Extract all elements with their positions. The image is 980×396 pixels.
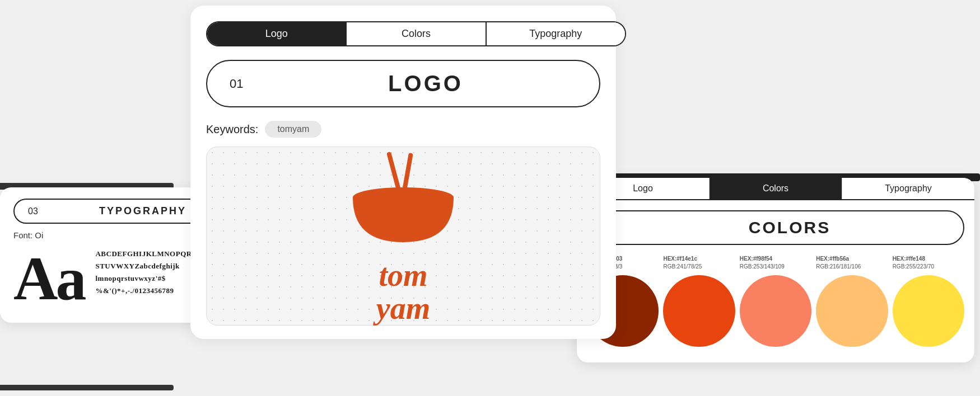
colors-card: Logo Colors Typography 02 COLORS HEX:#6b… — [577, 178, 974, 362]
colors-tab-bar: Logo Colors Typography — [577, 178, 974, 200]
color-swatches-area: HEX:#6b2003RGB:125/43/3HEX:#f14e1cRGB:24… — [577, 255, 974, 347]
alphabet-line-3: lmnopqrstuvwxyz'#$ — [95, 272, 192, 285]
color-circles-row — [587, 275, 964, 347]
keyword-tag: tomyam — [265, 121, 321, 138]
colors-tab-colors[interactable]: Colors — [710, 178, 842, 199]
tab-colors[interactable]: Colors — [347, 22, 486, 45]
colors-section-header: 02 COLORS — [587, 210, 964, 245]
colors-section-title: COLORS — [633, 218, 946, 237]
section-title: LOGO — [274, 71, 577, 96]
alphabet-line-4: %&'()*+,-./0123456789 — [95, 285, 192, 297]
color-circle-2 — [740, 275, 811, 347]
section-number: 01 — [230, 77, 274, 91]
keywords-label: Keywords: — [206, 123, 258, 136]
logo-text-line2: yam — [376, 292, 430, 325]
color-labels-row: HEX:#6b2003RGB:125/43/3HEX:#f14e1cRGB:24… — [587, 255, 964, 271]
alphabet-line-2: STUVWXYZabcdefghijk — [95, 260, 192, 272]
logo-text-line1: tom — [376, 259, 430, 292]
colors-tab-typography[interactable]: Typography — [842, 178, 974, 199]
keywords-row: Keywords: tomyam — [206, 121, 600, 138]
color-label-2: HEX:#f98f54RGB:253/143/109 — [740, 255, 811, 271]
tab-bar: Logo Colors Typography — [206, 21, 626, 46]
section-header: 01 LOGO — [206, 60, 600, 107]
typo-section-number: 03 — [28, 206, 50, 216]
tab-logo[interactable]: Logo — [207, 22, 347, 45]
tab-typography[interactable]: Typography — [487, 22, 625, 45]
big-letters: Aa — [13, 248, 84, 309]
color-label-4: HEX:#ffe148RGB:255/223/70 — [893, 255, 964, 271]
svg-point-2 — [353, 187, 454, 208]
color-label-3: HEX:#ffb56aRGB:216/181/106 — [816, 255, 888, 271]
logo-icon — [336, 147, 470, 259]
logo-preview: tom yam — [206, 147, 600, 326]
main-card: Logo Colors Typography 01 LOGO Keywords:… — [190, 6, 616, 339]
bg-rect-bottom — [0, 385, 174, 390]
logo-text: tom yam — [376, 259, 430, 325]
color-circle-4 — [893, 275, 964, 347]
alphabet-block: ABCDEFGHIJKLMNOPQR STUVWXYZabcdefghijk l… — [95, 248, 192, 297]
color-circle-3 — [816, 275, 888, 347]
logo-svg-wrap: tom yam — [336, 147, 470, 325]
color-label-1: HEX:#f14e1cRGB:241/78/25 — [663, 255, 735, 271]
color-circle-1 — [663, 275, 735, 347]
alphabet-line-1: ABCDEFGHIJKLMNOPQR — [95, 248, 192, 260]
